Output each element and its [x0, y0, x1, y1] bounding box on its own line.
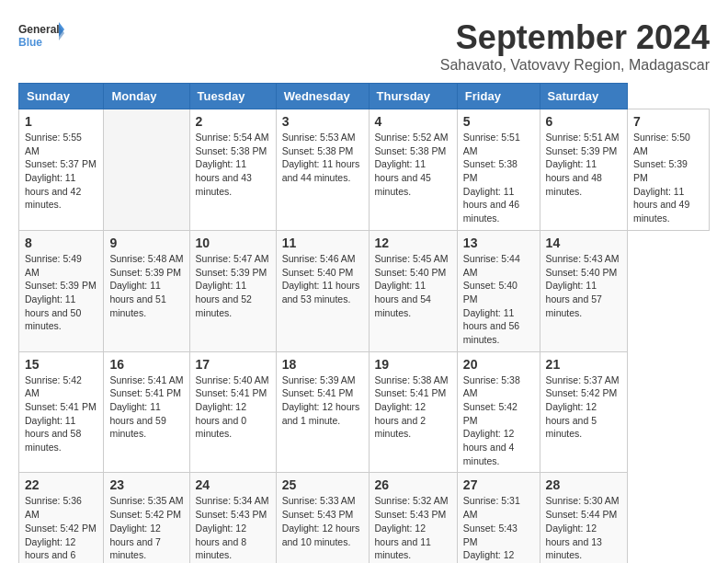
- day-number: 27: [463, 477, 534, 492]
- day-info: Sunrise: 5:47 AMSunset: 5:39 PMDaylight:…: [196, 252, 270, 319]
- day-info: Sunrise: 5:52 AMSunset: 5:38 PMDaylight:…: [375, 131, 451, 198]
- day-info: Sunrise: 5:49 AMSunset: 5:39 PMDaylight:…: [25, 252, 97, 333]
- table-row: 6Sunrise: 5:51 AMSunset: 5:39 PMDaylight…: [540, 109, 627, 231]
- table-row: 5Sunrise: 5:51 AMSunset: 5:38 PMDaylight…: [457, 109, 540, 231]
- day-info: Sunrise: 5:46 AMSunset: 5:40 PMDaylight:…: [282, 252, 363, 306]
- day-number: 7: [633, 114, 703, 129]
- day-info: Sunrise: 5:31 AMSunset: 5:43 PMDaylight:…: [463, 494, 534, 563]
- day-info: Sunrise: 5:45 AMSunset: 5:40 PMDaylight:…: [375, 252, 451, 319]
- day-number: 9: [109, 236, 183, 250]
- table-row: [104, 109, 189, 231]
- calendar-week-row: 1Sunrise: 5:55 AMSunset: 5:37 PMDaylight…: [19, 109, 710, 231]
- day-info: Sunrise: 5:38 AMSunset: 5:42 PMDaylight:…: [463, 373, 534, 468]
- weekday-header: Saturday: [540, 84, 627, 109]
- day-number: 28: [546, 477, 621, 492]
- day-info: Sunrise: 5:41 AMSunset: 5:41 PMDaylight:…: [109, 373, 183, 441]
- calendar-week-row: 22Sunrise: 5:36 AMSunset: 5:42 PMDayligh…: [19, 473, 710, 563]
- table-row: 24Sunrise: 5:34 AMSunset: 5:43 PMDayligh…: [189, 473, 276, 563]
- title-area: September 2024 Sahavato, Vatovavy Region…: [440, 18, 710, 74]
- page-header: General Blue September 2024 Sahavato, Va…: [18, 18, 710, 74]
- day-info: Sunrise: 5:30 AMSunset: 5:44 PMDaylight:…: [546, 494, 621, 561]
- day-number: 21: [546, 357, 621, 372]
- day-info: Sunrise: 5:55 AMSunset: 5:37 PMDaylight:…: [25, 131, 97, 212]
- day-number: 5: [463, 114, 534, 129]
- table-row: 9Sunrise: 5:48 AMSunset: 5:39 PMDaylight…: [104, 230, 189, 351]
- calendar-week-row: 8Sunrise: 5:49 AMSunset: 5:39 PMDaylight…: [19, 230, 710, 351]
- day-info: Sunrise: 5:34 AMSunset: 5:43 PMDaylight:…: [196, 494, 270, 561]
- table-row: 26Sunrise: 5:32 AMSunset: 5:43 PMDayligh…: [369, 473, 457, 563]
- day-number: 12: [375, 236, 451, 250]
- table-row: 15Sunrise: 5:42 AMSunset: 5:41 PMDayligh…: [19, 351, 104, 473]
- day-info: Sunrise: 5:44 AMSunset: 5:40 PMDaylight:…: [463, 252, 534, 347]
- table-row: 11Sunrise: 5:46 AMSunset: 5:40 PMDayligh…: [276, 230, 369, 351]
- day-info: Sunrise: 5:48 AMSunset: 5:39 PMDaylight:…: [109, 252, 183, 319]
- day-info: Sunrise: 5:40 AMSunset: 5:41 PMDaylight:…: [196, 373, 270, 441]
- day-number: 11: [282, 236, 363, 250]
- weekday-header: Monday: [104, 84, 189, 109]
- day-info: Sunrise: 5:35 AMSunset: 5:42 PMDaylight:…: [109, 494, 183, 561]
- table-row: 7Sunrise: 5:50 AMSunset: 5:39 PMDaylight…: [627, 109, 709, 231]
- day-info: Sunrise: 5:42 AMSunset: 5:41 PMDaylight:…: [25, 373, 97, 454]
- day-number: 26: [375, 477, 451, 492]
- svg-text:Blue: Blue: [18, 36, 42, 49]
- calendar-header-row: SundayMondayTuesdayWednesdayThursdayFrid…: [19, 84, 710, 109]
- day-info: Sunrise: 5:51 AMSunset: 5:39 PMDaylight:…: [546, 131, 621, 198]
- table-row: 21Sunrise: 5:37 AMSunset: 5:42 PMDayligh…: [540, 351, 627, 473]
- table-row: 19Sunrise: 5:38 AMSunset: 5:41 PMDayligh…: [369, 351, 457, 473]
- weekday-header: Friday: [457, 84, 540, 109]
- weekday-header: Thursday: [369, 84, 457, 109]
- table-row: 4Sunrise: 5:52 AMSunset: 5:38 PMDaylight…: [369, 109, 457, 231]
- day-number: 20: [463, 357, 534, 372]
- table-row: 1Sunrise: 5:55 AMSunset: 5:37 PMDaylight…: [19, 109, 104, 231]
- day-number: 3: [282, 114, 363, 129]
- day-number: 24: [196, 477, 270, 492]
- table-row: 13Sunrise: 5:44 AMSunset: 5:40 PMDayligh…: [457, 230, 540, 351]
- calendar-week-row: 15Sunrise: 5:42 AMSunset: 5:41 PMDayligh…: [19, 351, 710, 473]
- table-row: 22Sunrise: 5:36 AMSunset: 5:42 PMDayligh…: [19, 473, 104, 563]
- day-number: 16: [109, 357, 183, 372]
- day-number: 18: [282, 357, 363, 372]
- day-info: Sunrise: 5:36 AMSunset: 5:42 PMDaylight:…: [25, 494, 97, 563]
- table-row: 16Sunrise: 5:41 AMSunset: 5:41 PMDayligh…: [104, 351, 189, 473]
- weekday-header: Sunday: [19, 84, 104, 109]
- day-number: 1: [25, 114, 97, 129]
- logo-svg: General Blue: [18, 18, 64, 55]
- day-info: Sunrise: 5:38 AMSunset: 5:41 PMDaylight:…: [375, 373, 451, 441]
- location-title: Sahavato, Vatovavy Region, Madagascar: [440, 57, 710, 74]
- day-number: 13: [463, 236, 534, 250]
- table-row: 23Sunrise: 5:35 AMSunset: 5:42 PMDayligh…: [104, 473, 189, 563]
- svg-text:General: General: [18, 23, 60, 36]
- weekday-header: Wednesday: [276, 84, 369, 109]
- day-info: Sunrise: 5:32 AMSunset: 5:43 PMDaylight:…: [375, 494, 451, 561]
- table-row: 12Sunrise: 5:45 AMSunset: 5:40 PMDayligh…: [369, 230, 457, 351]
- day-number: 25: [282, 477, 363, 492]
- day-info: Sunrise: 5:51 AMSunset: 5:38 PMDaylight:…: [463, 131, 534, 225]
- weekday-header: Tuesday: [189, 84, 276, 109]
- table-row: 17Sunrise: 5:40 AMSunset: 5:41 PMDayligh…: [189, 351, 276, 473]
- day-number: 6: [546, 114, 621, 129]
- table-row: 25Sunrise: 5:33 AMSunset: 5:43 PMDayligh…: [276, 473, 369, 563]
- table-row: 28Sunrise: 5:30 AMSunset: 5:44 PMDayligh…: [540, 473, 627, 563]
- day-number: 23: [109, 477, 183, 492]
- table-row: 18Sunrise: 5:39 AMSunset: 5:41 PMDayligh…: [276, 351, 369, 473]
- day-info: Sunrise: 5:50 AMSunset: 5:39 PMDaylight:…: [633, 131, 703, 225]
- calendar-table: SundayMondayTuesdayWednesdayThursdayFrid…: [18, 83, 710, 563]
- day-number: 2: [196, 114, 270, 129]
- day-number: 10: [196, 236, 270, 250]
- day-number: 22: [25, 477, 97, 492]
- table-row: 20Sunrise: 5:38 AMSunset: 5:42 PMDayligh…: [457, 351, 540, 473]
- day-info: Sunrise: 5:33 AMSunset: 5:43 PMDaylight:…: [282, 494, 363, 548]
- day-info: Sunrise: 5:43 AMSunset: 5:40 PMDaylight:…: [546, 252, 621, 319]
- day-info: Sunrise: 5:37 AMSunset: 5:42 PMDaylight:…: [546, 373, 621, 441]
- table-row: 10Sunrise: 5:47 AMSunset: 5:39 PMDayligh…: [189, 230, 276, 351]
- day-number: 19: [375, 357, 451, 372]
- table-row: 2Sunrise: 5:54 AMSunset: 5:38 PMDaylight…: [189, 109, 276, 231]
- day-number: 17: [196, 357, 270, 372]
- table-row: 8Sunrise: 5:49 AMSunset: 5:39 PMDaylight…: [19, 230, 104, 351]
- day-info: Sunrise: 5:53 AMSunset: 5:38 PMDaylight:…: [282, 131, 363, 185]
- day-number: 4: [375, 114, 451, 129]
- day-info: Sunrise: 5:54 AMSunset: 5:38 PMDaylight:…: [196, 131, 270, 198]
- day-info: Sunrise: 5:39 AMSunset: 5:41 PMDaylight:…: [282, 373, 363, 428]
- day-number: 14: [546, 236, 621, 250]
- day-number: 8: [25, 236, 97, 250]
